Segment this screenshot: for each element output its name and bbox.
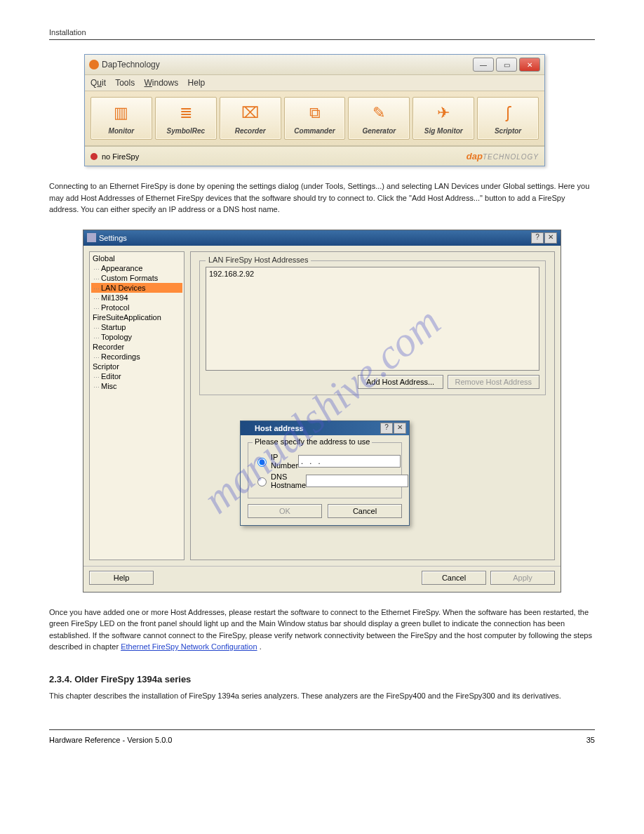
ip-input[interactable] [298,455,401,468]
dialog-fieldset: Please specify the address to use IP Num… [248,442,402,498]
tree-misc[interactable]: Misc [91,381,182,391]
tool-symbolrec[interactable]: ≣SymbolRec [155,97,217,140]
label-ip: IP Number [271,453,298,470]
tree-customformats[interactable]: Custom Formats [91,273,182,283]
dialog-ok-button: OK [248,504,322,518]
host-list[interactable]: 192.168.2.92 [206,267,539,371]
add-host-button[interactable]: Add Host Address... [358,375,443,389]
tree-firesuite[interactable]: FireSuiteApplication [91,312,182,322]
dialog-cancel-button[interactable]: Cancel [328,504,402,518]
host-address-dialog: Host address ? ✕ Please specify the addr… [240,421,410,526]
status-dot-icon [90,153,98,160]
settings-apply-btn: Apply [490,571,555,585]
app-window: DapTechnology — ▭ ✕ Quit Tools Windows H… [84,54,545,166]
host-addresses-fieldset: LAN FireSpy Host Addresses 192.168.2.92 … [199,260,546,395]
app-title: DapTechnology [102,60,160,70]
footer-right: 35 [586,736,595,744]
host-entry[interactable]: 192.168.2.92 [209,270,536,278]
dialog-close-button[interactable]: ✕ [394,423,406,434]
tool-generator[interactable]: ✎Generator [348,97,410,140]
tree-recorder[interactable]: Recorder [91,342,182,352]
monitor-icon: ▥ [108,102,135,124]
menubar: Quit Tools Windows Help [85,75,544,91]
tool-scriptor[interactable]: ʃScriptor [477,97,539,140]
settings-window: Settings ? ✕ Global Appearance Custom Fo… [83,230,561,593]
dialog-title: Host address [255,424,304,432]
dialog-legend: Please specify the address to use [253,437,372,446]
radio-ip[interactable] [257,458,267,467]
brand-logo: dapTECHNOLOGY [467,151,539,161]
body-para-1: Connecting to an Ethernet FireSpy is don… [49,180,595,216]
dialog-titlebar: Host address ? ✕ [241,421,409,435]
header-rule [49,39,595,40]
settings-titlebar: Settings ? ✕ [83,230,561,246]
maximize-button[interactable]: ▭ [496,58,517,72]
generator-icon: ✎ [365,102,392,124]
recorder-icon: ⌧ [237,102,264,124]
tree-global[interactable]: Global [91,253,182,263]
minimize-button[interactable]: — [473,58,494,72]
tool-recorder[interactable]: ⌧Recorder [220,97,281,140]
dialog-icon [243,424,252,432]
menu-tools[interactable]: Tools [115,78,135,88]
tree-landevices[interactable]: LAN Devices [91,283,182,293]
body-para-3: This chapter describes the installation … [49,690,595,702]
app-icon [89,60,99,70]
status-text: no FireSpy [102,152,139,161]
tree-scriptor[interactable]: Scriptor [91,362,182,371]
commander-icon: ⧉ [302,102,328,124]
tree-appearance[interactable]: Appearance [91,263,182,273]
label-dns: DNS Hostname [271,472,306,489]
menu-quit[interactable]: Quit [90,78,106,88]
symbolrec-icon: ≣ [173,102,199,124]
settings-close-button[interactable]: ✕ [544,232,557,244]
settings-footer: Help Cancel Apply [83,566,561,592]
dialog-help-button[interactable]: ? [380,423,393,434]
link-network-config[interactable]: Ethernet FireSpy Network Configuration [121,642,257,651]
settings-icon [87,233,96,242]
tree-protocol[interactable]: Protocol [91,303,182,312]
tool-sigmonitor[interactable]: ✈Sig Monitor [412,97,474,140]
settings-help-button[interactable]: ? [531,232,544,244]
scriptor-icon: ʃ [495,102,521,124]
tree-recordings[interactable]: Recordings [91,352,182,362]
tool-commander[interactable]: ⧉Commander [284,97,346,140]
dns-input[interactable] [306,475,408,487]
tree-editor[interactable]: Editor [91,371,182,381]
tree-mil1394[interactable]: Mil1394 [91,293,182,303]
settings-right-pane: LAN FireSpy Host Addresses 192.168.2.92 … [190,251,555,560]
close-button[interactable]: ✕ [519,58,540,72]
toolbar: ▥Monitor ≣SymbolRec ⌧Recorder ⧉Commander… [85,91,544,146]
titlebar: DapTechnology — ▭ ✕ [85,55,544,75]
header-left: Installation [49,28,86,37]
tree-topology[interactable]: Topology [91,332,182,342]
section-heading: 2.3.4. Older FireSpy 1394a series [49,674,595,684]
footer-left: Hardware Reference - Version 5.0.0 [49,736,172,744]
settings-cancel-btn[interactable]: Cancel [422,571,486,585]
statusbar: no FireSpy dapTECHNOLOGY [85,146,544,166]
settings-title-text: Settings [99,234,127,242]
radio-dns[interactable] [257,477,267,486]
remove-host-button: Remove Host Address [448,375,539,389]
fieldset-legend: LAN FireSpy Host Addresses [206,256,311,264]
menu-help[interactable]: Help [188,78,206,88]
page-footer: Hardware Reference - Version 5.0.0 35 [49,729,595,744]
tool-monitor[interactable]: ▥Monitor [90,97,152,140]
body-para-2: Once you have added one or more Host Add… [49,607,595,653]
menu-windows[interactable]: Windows [145,78,179,88]
sigmonitor-icon: ✈ [430,102,457,124]
tree-startup[interactable]: Startup [91,322,182,332]
settings-help-btn[interactable]: Help [89,571,154,585]
settings-tree[interactable]: Global Appearance Custom Formats LAN Dev… [89,251,185,560]
